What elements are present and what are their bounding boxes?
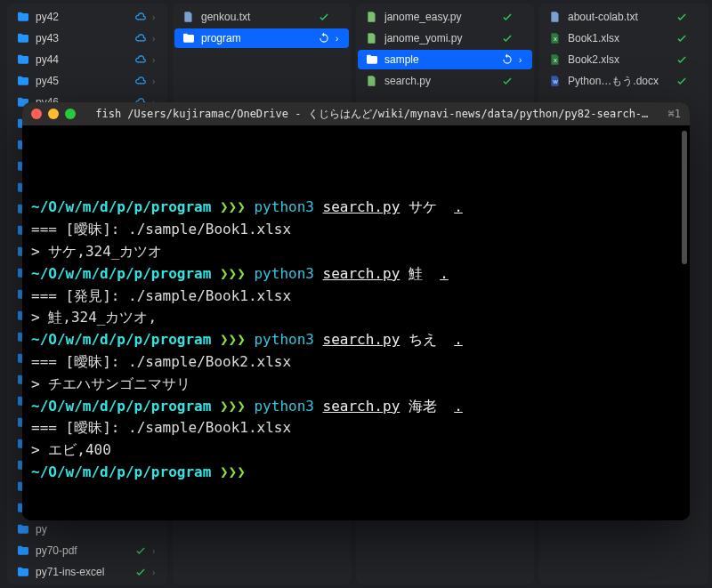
prompt-path: ~/O/w/m/d/p/p/program [31, 398, 211, 415]
file-label: program [201, 32, 312, 44]
command-name: python3 [254, 198, 313, 215]
folder-row[interactable]: py43› [9, 28, 166, 48]
file-label: py [36, 523, 129, 536]
terminal-prompt-line: ~/O/w/m/d/p/p/program ❯❯❯ python3 search… [31, 329, 681, 351]
check-icon [501, 11, 514, 23]
folder-icon [16, 565, 30, 579]
file-row[interactable]: XBook2.xlsx [541, 50, 707, 69]
file-label: py44 [36, 53, 129, 66]
file-xls-icon: X [548, 31, 562, 45]
file-row[interactable]: about-colab.txt [541, 7, 707, 27]
file-label: search.py [384, 75, 496, 87]
folder-icon [16, 31, 30, 45]
terminal-output-line: === [曖昧]: ./sample/Book1.xlsx [31, 219, 681, 241]
chevron-right-icon: › [152, 55, 158, 65]
prompt-path: ~/O/w/m/d/p/p/program [31, 265, 211, 282]
chevron-right-icon: › [336, 34, 342, 44]
folder-icon [16, 74, 30, 88]
terminal-output-line: === [発見]: ./sample/Book1.xlsx [31, 286, 681, 308]
folder-row[interactable]: py70-pdf› [9, 541, 166, 560]
folder-row[interactable]: py42› [9, 7, 166, 27]
terminal-tab-indicator[interactable]: ⌘1 [668, 108, 681, 120]
folder-row[interactable]: py [9, 520, 166, 539]
command-script: search.py [323, 198, 400, 215]
check-icon [134, 544, 147, 557]
terminal-output-line: > 鮭,324_カツオ, [31, 307, 681, 329]
terminal-output-line: === [曖昧]: ./sample/Book2.xlsx [31, 351, 681, 374]
check-icon [318, 11, 330, 23]
zoom-icon[interactable] [65, 109, 76, 119]
folder-icon [16, 52, 30, 67]
terminal-prompt-line: ~/O/w/m/d/p/p/program ❯❯❯ python3 search… [31, 396, 681, 418]
file-py-icon [365, 74, 379, 88]
command-script: search.py [323, 265, 400, 282]
command-name: python3 [254, 265, 313, 282]
file-py-icon [365, 31, 379, 45]
file-label: genkou.txt [201, 11, 312, 23]
folder-icon [182, 31, 196, 45]
prompt-glyph: ❯❯❯ [220, 398, 246, 415]
chevron-right-icon: › [152, 12, 158, 22]
file-row[interactable]: WPython…もう.docx [541, 71, 707, 91]
terminal-prompt-line: ~/O/w/m/d/p/p/program ❯❯❯ [31, 462, 681, 484]
prompt-path: ~/O/w/m/d/p/p/program [31, 198, 211, 215]
folder-row[interactable]: sample› [358, 50, 532, 69]
file-row[interactable]: XBook1.xlsx [541, 28, 707, 48]
sync-icon [318, 32, 330, 44]
command-arg: サケ [409, 198, 437, 215]
file-row[interactable]: janome_easy.py [358, 7, 532, 27]
terminal-body[interactable]: ~/O/w/m/d/p/p/program ❯❯❯ python3 search… [22, 125, 690, 520]
terminal-titlebar[interactable]: fish /Users/kujiramac/OneDrive - くじらはんど/… [22, 102, 690, 125]
svg-text:X: X [554, 36, 557, 42]
command-name: python3 [254, 398, 313, 415]
file-row[interactable]: genkou.txt [174, 7, 349, 27]
folder-row[interactable]: py44› [9, 50, 166, 69]
folder-icon [16, 544, 30, 558]
folder-row[interactable]: py45› [9, 71, 166, 91]
folder-row[interactable]: py71-ins-excel› [9, 562, 166, 582]
file-label: about-colab.txt [568, 11, 670, 23]
chevron-right-icon: › [152, 34, 158, 44]
chevron-right-icon: › [152, 77, 158, 86]
cloud-icon [134, 32, 147, 44]
close-icon[interactable] [31, 109, 42, 119]
terminal-output-line: > サケ,324_カツオ [31, 241, 681, 263]
file-txt-icon [182, 10, 196, 24]
command-arg: 海老 [409, 398, 437, 415]
prompt-glyph: ❯❯❯ [220, 265, 246, 282]
command-script: search.py [323, 398, 400, 415]
file-label: janome_easy.py [384, 11, 496, 23]
terminal-prompt-line: ~/O/w/m/d/p/p/program ❯❯❯ python3 search… [31, 263, 681, 286]
chevron-right-icon: › [152, 568, 158, 577]
svg-text:W: W [553, 79, 558, 85]
prompt-path: ~/O/w/m/d/p/p/program [31, 331, 211, 348]
check-icon [501, 75, 514, 87]
command-dot: . [454, 398, 463, 415]
folder-row[interactable]: program› [174, 28, 349, 48]
file-row[interactable]: search.py [358, 71, 532, 91]
prompt-glyph: ❯❯❯ [220, 463, 246, 480]
terminal-output-line: > チエハサンゴニマサリ [31, 374, 681, 396]
command-script: search.py [323, 331, 400, 348]
file-label: Book1.xlsx [568, 32, 670, 44]
cloud-icon [134, 11, 147, 23]
command-name: python3 [254, 331, 313, 348]
check-icon [501, 32, 514, 44]
minimize-icon[interactable] [48, 109, 59, 119]
command-dot: . [454, 198, 463, 215]
file-label: py42 [36, 11, 129, 23]
terminal-output-line: > エビ,400 [31, 439, 681, 462]
command-dot: . [440, 265, 449, 282]
file-label: janome_yomi.py [384, 32, 496, 44]
terminal-window: fish /Users/kujiramac/OneDrive - くじらはんど/… [22, 102, 690, 520]
file-label: py70-pdf [36, 544, 129, 557]
folder-icon [365, 52, 379, 67]
command-arg: ちえ [409, 331, 437, 348]
terminal-prompt-line: ~/O/w/m/d/p/p/program ❯❯❯ python3 search… [31, 197, 681, 219]
file-label: py45 [36, 75, 129, 87]
chevron-right-icon: › [519, 55, 525, 65]
check-icon [676, 32, 688, 44]
chevron-right-icon: › [152, 546, 158, 556]
file-row[interactable]: janome_yomi.py [358, 28, 532, 48]
scrollbar[interactable] [682, 131, 687, 264]
